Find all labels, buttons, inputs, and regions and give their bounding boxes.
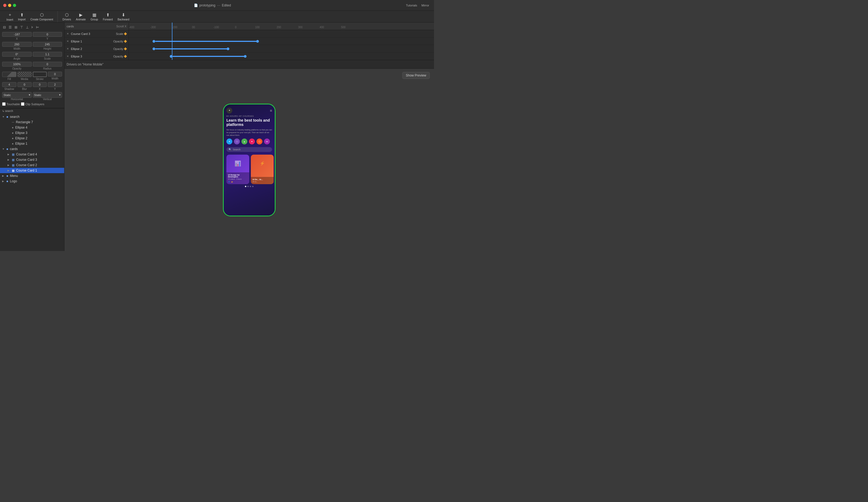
scale-input[interactable] (33, 52, 62, 57)
layer-item-cards[interactable]: ▼ ■ cards (0, 146, 64, 152)
animate-button[interactable]: ▶ Animate (74, 11, 88, 22)
keyframe-dot[interactable] (153, 40, 155, 43)
align-bottom-icon[interactable]: ⊥ (25, 25, 30, 30)
keyframe-dot-end[interactable] (227, 48, 229, 50)
layer-item-menu[interactable]: ▶ ■ Menu (0, 173, 64, 178)
x-field: X (2, 32, 32, 40)
opacity-input[interactable] (2, 62, 32, 66)
stroke-width-input[interactable] (48, 72, 62, 76)
y-input[interactable] (33, 32, 62, 37)
layer-item-rectangle7[interactable]: — Rectangle 7 (0, 119, 64, 125)
forward-button[interactable]: ⬆ Forward (101, 11, 115, 22)
heart-icon-circle: ♥ (249, 138, 255, 144)
layer-item-ellipse2[interactable]: ● Ellipse 2 (0, 136, 64, 141)
toolbar-insert-group: ＋ Insert ⬆ Import ⬡ Create Component (2, 11, 58, 22)
create-component-icon: ⬡ (40, 12, 44, 18)
group-icon: ▦ (12, 158, 14, 161)
keyframe-dot-end[interactable] (244, 55, 247, 58)
align-right-icon[interactable]: ⊨ (35, 25, 40, 30)
canvas-area[interactable]: Show Preview ✦ ≡ 80 HOURS OF COURSES Lea… (64, 69, 434, 251)
height-input[interactable] (33, 42, 62, 47)
y2-input[interactable] (48, 82, 62, 87)
layer-item-logo[interactable]: ▶ ■ Logo (0, 178, 64, 184)
stroke-label: Stroke (36, 77, 43, 81)
center-area: cards Scroll X ✕ Course Card 3 Scale ✕ E… (64, 22, 434, 251)
backward-button[interactable]: ⬇ Backward (115, 11, 132, 22)
layer-item-coursecard2[interactable]: ▶ ▦ Course Card 2 (0, 163, 64, 168)
titlebar-right: Tutorials Mirror (404, 3, 431, 8)
timeline-title: Drivers on "Home Mobile" (66, 63, 103, 66)
horizontal-label: Horizontal (2, 98, 32, 101)
tutorials-button[interactable]: Tutorials (404, 3, 419, 8)
phone-search-bar[interactable]: 🔍 Search (226, 147, 272, 152)
minimize-button[interactable] (8, 4, 11, 7)
shadow-label: Shadow (2, 87, 17, 91)
arrow-icon[interactable]: ▶ (8, 169, 11, 172)
align-center-h-icon[interactable]: ☰ (8, 25, 13, 30)
mirror-button[interactable]: Mirror (420, 3, 431, 8)
insert-button[interactable]: ＋ Insert (4, 11, 15, 22)
title-separator: — (217, 3, 220, 7)
arrow-icon[interactable]: ▶ (8, 158, 11, 161)
media-swatch[interactable] (18, 72, 32, 77)
opacity-radius-row: Opacity Radius (2, 62, 62, 70)
timeline-ellipse2-row: ✕ Ellipse 2 Opacity (64, 45, 128, 53)
show-preview-button[interactable]: Show Preview (402, 72, 430, 79)
drivers-icon: ⬡ (65, 12, 69, 18)
timeline-playhead[interactable] (172, 22, 173, 60)
import-button[interactable]: ⬆ Import (16, 11, 28, 22)
timeline-ellipse1-row: ✕ Ellipse 1 Opacity (64, 38, 128, 45)
layer-item-ellipse4[interactable]: ● Ellipse 4 (0, 125, 64, 130)
drivers-button[interactable]: ⬡ Drivers (60, 11, 73, 22)
layer-item-coursecard3[interactable]: ▶ ▦ Course Card 3 (0, 157, 64, 163)
align-center-v-icon[interactable]: ⊤ (19, 25, 24, 30)
layer-item-coursecard1[interactable]: ▶ ▦ Course Card 1 (0, 168, 64, 173)
arrow-icon[interactable]: ▼ (2, 148, 6, 150)
group-button[interactable]: ▦ Group (89, 11, 100, 22)
width-input[interactable] (2, 42, 32, 47)
touchable-checkbox[interactable] (2, 102, 6, 106)
search-icon: 🔍 (229, 148, 231, 151)
horizontal-select[interactable]: Static ▾ (2, 92, 32, 98)
arrow-icon[interactable]: ▶ (2, 175, 6, 177)
blur-input[interactable] (18, 82, 32, 87)
maximize-button[interactable] (13, 4, 16, 7)
ruler-mark-400: 400 (320, 26, 324, 29)
angle-input[interactable] (2, 52, 32, 57)
dot-4 (252, 186, 254, 187)
width-field: Width (2, 42, 32, 50)
fill-box: Fill (2, 72, 17, 81)
arrow-icon[interactable]: ▶ (8, 153, 11, 156)
layer-tree[interactable]: ▼ ■ search — Rectangle 7 ● Ellipse 4 ● E (0, 113, 64, 251)
diamond-icon2 (124, 47, 127, 50)
distribute-icon[interactable]: ⊧ (31, 25, 34, 30)
align-left-icon[interactable]: ⊟ (2, 25, 7, 30)
close-button[interactable] (3, 4, 7, 7)
shadow-input[interactable] (2, 82, 17, 87)
stroke-swatch[interactable] (33, 72, 47, 77)
clip-sublayers-checkbox[interactable] (21, 102, 24, 106)
diamond-icon (124, 40, 127, 43)
align-top-icon[interactable]: ⊞ (14, 25, 18, 30)
x-input[interactable] (2, 32, 32, 37)
layer-item-ellipse3[interactable]: ● Ellipse 3 (0, 130, 64, 136)
vertical-select[interactable]: Static ▾ (33, 92, 62, 98)
search-section-text: ↳ search (2, 109, 13, 113)
layer-item-ellipse1[interactable]: ● Ellipse 1 (0, 141, 64, 146)
checkbox-row: Touchable Clip Sublayers (2, 102, 62, 106)
layer-name-cards: cards (10, 147, 62, 151)
radius-input[interactable] (33, 62, 62, 66)
keyframe-dot[interactable] (153, 48, 155, 50)
dot-1 (245, 186, 246, 187)
arrow-icon[interactable]: ▶ (8, 164, 11, 166)
fill-swatch[interactable] (2, 72, 17, 77)
timeline-e1-label: Ellipse 1 (71, 40, 82, 43)
layer-item-search[interactable]: ▼ ■ search (0, 114, 64, 119)
arrow-icon[interactable]: ▶ (2, 180, 6, 182)
keyframe-dot-end[interactable] (256, 40, 259, 43)
layer-item-coursecard4[interactable]: ▶ ▦ Course Card 4 (0, 152, 64, 157)
x2-input[interactable] (33, 82, 47, 87)
vertical-label: Vertical (33, 98, 62, 101)
arrow-icon[interactable]: ▼ (2, 115, 6, 118)
create-component-button[interactable]: ⬡ Create Component (28, 11, 55, 22)
